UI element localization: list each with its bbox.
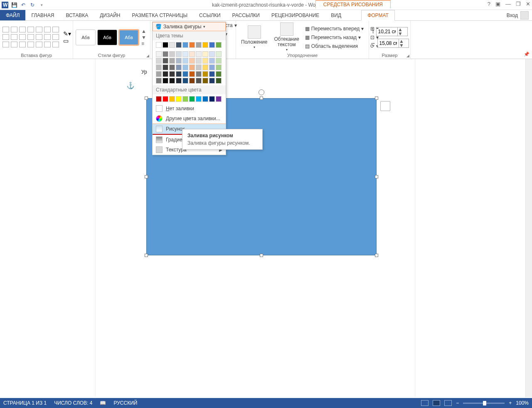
- no-fill-item[interactable]: ННет заливкиет заливки: [153, 104, 226, 114]
- color-swatch[interactable]: [176, 42, 182, 48]
- color-swatch[interactable]: [182, 64, 188, 70]
- proofing-icon[interactable]: 📖: [100, 400, 106, 406]
- edit-shape-icon[interactable]: ✎▾: [63, 30, 71, 37]
- color-swatch[interactable]: [189, 96, 195, 102]
- color-swatch[interactable]: [196, 58, 202, 64]
- color-swatch[interactable]: [189, 42, 195, 48]
- color-swatch[interactable]: [216, 96, 222, 102]
- color-swatch[interactable]: [176, 64, 182, 70]
- color-swatch[interactable]: [182, 42, 188, 48]
- color-swatch[interactable]: [209, 96, 215, 102]
- maximize-icon[interactable]: ❐: [516, 1, 521, 7]
- color-swatch[interactable]: [169, 51, 175, 57]
- color-swatch[interactable]: [189, 71, 195, 77]
- status-words[interactable]: ЧИСЛО СЛОВ: 4: [54, 400, 92, 406]
- resize-handle[interactable]: [375, 96, 378, 100]
- status-page[interactable]: СТРАНИЦА 1 ИЗ 1: [3, 400, 47, 406]
- color-swatch[interactable]: [176, 96, 182, 102]
- color-swatch[interactable]: [216, 58, 222, 64]
- resize-handle[interactable]: [145, 96, 148, 100]
- color-swatch[interactable]: [156, 58, 162, 64]
- resize-handle[interactable]: [260, 96, 263, 100]
- help-icon[interactable]: ?: [488, 1, 490, 7]
- more-colors-item[interactable]: Другие цвета заливки...: [153, 114, 226, 124]
- color-swatch[interactable]: [182, 58, 188, 64]
- color-swatch[interactable]: [156, 71, 162, 77]
- zoom-slider[interactable]: [463, 403, 505, 404]
- rotate-handle[interactable]: [259, 89, 264, 95]
- color-swatch[interactable]: [202, 96, 208, 102]
- color-swatch[interactable]: [196, 96, 202, 102]
- color-swatch[interactable]: [176, 58, 182, 64]
- color-swatch[interactable]: [169, 96, 175, 102]
- color-swatch[interactable]: [182, 78, 188, 84]
- color-swatch[interactable]: [209, 58, 215, 64]
- zoom-out-icon[interactable]: −: [456, 400, 459, 406]
- tab-file[interactable]: ФАЙЛ: [0, 10, 25, 20]
- color-swatch[interactable]: [189, 58, 195, 64]
- color-swatch[interactable]: [202, 42, 208, 48]
- color-swatch[interactable]: [156, 51, 162, 57]
- resize-handle[interactable]: [375, 175, 378, 178]
- style-preview-3[interactable]: Абв: [119, 30, 139, 45]
- ribbon-options-icon[interactable]: ▣: [495, 1, 500, 7]
- resize-handle[interactable]: [145, 254, 148, 257]
- color-swatch[interactable]: [176, 71, 182, 77]
- color-swatch[interactable]: [156, 64, 162, 70]
- resize-handle[interactable]: [145, 175, 148, 178]
- dialog-launcher-icon[interactable]: ◢: [406, 54, 409, 58]
- color-swatch[interactable]: [202, 58, 208, 64]
- resize-handle[interactable]: [260, 254, 263, 257]
- color-swatch[interactable]: [196, 71, 202, 77]
- color-swatch[interactable]: [216, 51, 222, 57]
- color-swatch[interactable]: [163, 71, 168, 77]
- color-swatch[interactable]: [209, 42, 215, 48]
- color-swatch[interactable]: [182, 71, 188, 77]
- page[interactable]: Урxxxxxxxxxxxxxaratapok.ru ⚓: [96, 59, 415, 397]
- status-language[interactable]: РУССКИЙ: [113, 400, 137, 406]
- color-swatch[interactable]: [182, 51, 188, 57]
- color-swatch[interactable]: [216, 42, 222, 48]
- tab-design[interactable]: ДИЗАЙН: [94, 10, 126, 20]
- height-input[interactable]: ▲▼: [376, 27, 408, 36]
- color-swatch[interactable]: [189, 51, 195, 57]
- print-layout-icon[interactable]: [433, 400, 440, 406]
- zoom-in-icon[interactable]: +: [509, 400, 512, 406]
- spin-down-icon[interactable]: ▼: [399, 43, 404, 47]
- save-icon[interactable]: 💾: [11, 2, 17, 8]
- color-swatch[interactable]: [196, 78, 202, 84]
- color-swatch[interactable]: [202, 51, 208, 57]
- tab-format[interactable]: ФОРМАТ: [361, 10, 395, 21]
- width-input[interactable]: ▲▼: [377, 39, 409, 48]
- color-swatch[interactable]: [182, 96, 188, 102]
- vertical-scrollbar[interactable]: [525, 59, 532, 397]
- color-swatch[interactable]: [169, 58, 175, 64]
- color-swatch[interactable]: [156, 96, 162, 102]
- tab-home[interactable]: ГЛАВНАЯ: [25, 10, 60, 20]
- gallery-up-icon[interactable]: ▲: [141, 28, 146, 34]
- color-swatch[interactable]: [163, 78, 168, 84]
- style-preview-1[interactable]: Абв: [76, 30, 96, 45]
- color-swatch[interactable]: [169, 71, 175, 77]
- color-swatch[interactable]: [156, 42, 162, 48]
- color-swatch[interactable]: [169, 78, 175, 84]
- selection-pane-button[interactable]: ▤Область выделения: [303, 42, 365, 50]
- color-swatch[interactable]: [196, 42, 202, 48]
- color-swatch[interactable]: [169, 64, 175, 70]
- color-swatch[interactable]: [169, 42, 175, 48]
- color-swatch[interactable]: [163, 64, 168, 70]
- tab-insert[interactable]: ВСТАВКА: [60, 10, 94, 20]
- shapes-gallery[interactable]: [2, 27, 60, 48]
- web-layout-icon[interactable]: [444, 400, 452, 406]
- width-field[interactable]: [378, 40, 399, 46]
- sign-in[interactable]: Вход: [507, 10, 529, 21]
- bring-forward-button[interactable]: ▦Переместить вперед ▾: [303, 25, 365, 32]
- style-preview-2[interactable]: Абв: [97, 30, 117, 45]
- undo-icon[interactable]: ↶: [20, 2, 27, 8]
- color-swatch[interactable]: [202, 64, 208, 70]
- wrap-text-button[interactable]: Обтекание текстом▾: [271, 22, 301, 53]
- color-swatch[interactable]: [216, 64, 222, 70]
- position-button[interactable]: Положение▾: [239, 25, 270, 50]
- redo-icon[interactable]: ↻: [29, 2, 36, 8]
- color-swatch[interactable]: [156, 78, 162, 84]
